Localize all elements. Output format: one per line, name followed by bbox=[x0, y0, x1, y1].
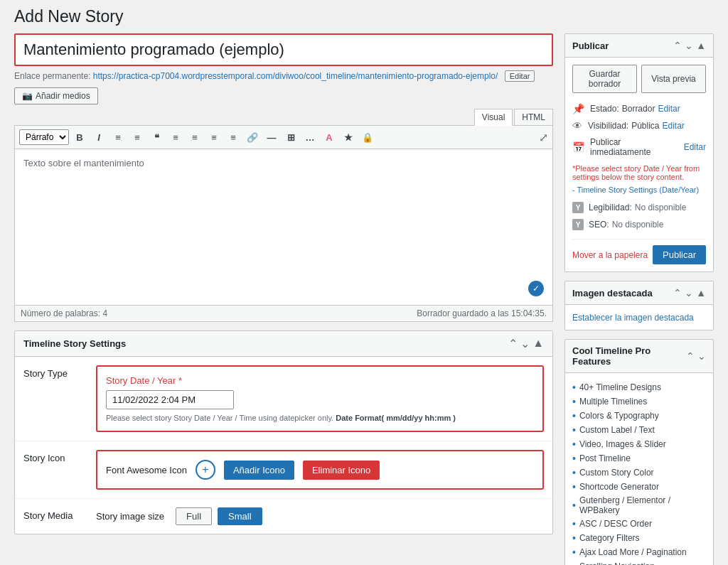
date-format-hint: Date Format( mm/dd/yy hh:mm ) bbox=[336, 414, 456, 422]
tab-visual[interactable]: Visual bbox=[474, 109, 513, 126]
media-icon: 📷 bbox=[22, 91, 33, 101]
horizontal-rule-button[interactable]: — bbox=[263, 129, 280, 146]
link-button[interactable]: 🔗 bbox=[244, 129, 261, 146]
publish-down-icon[interactable]: ⌄ bbox=[685, 40, 693, 51]
size-full-button[interactable]: Full bbox=[176, 507, 212, 525]
word-count: Número de palabras: 4 bbox=[21, 308, 107, 318]
status-label: Estado: bbox=[590, 104, 619, 114]
italic-button[interactable]: I bbox=[90, 129, 107, 146]
status-edit-link[interactable]: Editar bbox=[658, 104, 680, 114]
publish-action-buttons: Guardar borrador Vista previa bbox=[572, 65, 706, 93]
status-value: Borrador bbox=[622, 104, 655, 114]
publish-time-edit-link[interactable]: Editar bbox=[684, 142, 706, 152]
cool-timeline-up-icon[interactable]: ⌃ bbox=[686, 350, 695, 362]
story-date-box: Story Date / Year * Please select story … bbox=[96, 365, 544, 432]
visibility-row: 👁 Visibilidad: Pública Editar bbox=[572, 117, 706, 134]
cool-timeline-controls: ⌃ ⌄ bbox=[686, 350, 706, 362]
add-media-button[interactable]: 📷 Añadir medios bbox=[14, 87, 98, 104]
more-button[interactable]: … bbox=[301, 129, 318, 146]
remove-icon-button[interactable]: Eliminar Icono bbox=[303, 461, 380, 480]
publish-up-icon[interactable]: ⌃ bbox=[673, 40, 682, 51]
featured-image-panel: Imagen destacada ⌃ ⌄ ▲ Establecer la ima… bbox=[564, 281, 714, 330]
cool-timeline-panel: Cool Timeline Pro Features ⌃ ⌄ 40+ Timel… bbox=[564, 339, 714, 565]
list-item: Video, Images & Slider bbox=[572, 437, 706, 451]
visibility-value: Pública bbox=[631, 121, 659, 131]
table-button[interactable]: ⊞ bbox=[282, 129, 299, 146]
expand-icon[interactable]: ⤢ bbox=[539, 131, 548, 144]
settings-controls: ⌃ ⌄ ▲ bbox=[508, 337, 544, 350]
story-date-input[interactable] bbox=[106, 390, 234, 409]
align-left-button[interactable]: ≡ bbox=[167, 129, 184, 146]
featured-up-icon[interactable]: ⌃ bbox=[673, 287, 682, 298]
calendar-icon: 📅 bbox=[572, 141, 584, 153]
save-draft-button[interactable]: Guardar borrador bbox=[572, 65, 637, 93]
color-button[interactable]: A bbox=[321, 129, 338, 146]
list-item: Custom Story Color bbox=[572, 466, 706, 480]
trash-button[interactable]: Mover a la papelera bbox=[572, 250, 648, 260]
publish-warning-link[interactable]: - Timeline Story Settings (Date/Year) bbox=[572, 185, 699, 194]
size-small-button[interactable]: Small bbox=[218, 507, 262, 525]
story-title-input[interactable] bbox=[14, 33, 553, 66]
settings-close-icon[interactable]: ▲ bbox=[532, 337, 544, 350]
featured-image-controls: ⌃ ⌄ ▲ bbox=[673, 287, 706, 298]
add-icon-button[interactable]: Añadir Icono bbox=[224, 461, 294, 480]
lock-button[interactable]: 🔒 bbox=[359, 129, 376, 146]
story-icon-box: Font Awesome Icon + Añadir Icono Elimina… bbox=[96, 450, 544, 490]
bold-button[interactable]: B bbox=[71, 129, 88, 146]
story-date-label: Story Date / Year * bbox=[106, 375, 534, 386]
featured-collapse-icon[interactable]: ▲ bbox=[696, 287, 706, 298]
yoast-readability-icon: Y bbox=[572, 202, 584, 213]
story-media-content: Story image size Full Small bbox=[96, 507, 544, 525]
visibility-icon: 👁 bbox=[572, 120, 582, 131]
list-item: Gutenberg / Elementor / WPBakery bbox=[572, 494, 706, 517]
settings-header: Timeline Story Settings ⌃ ⌄ ▲ bbox=[15, 331, 552, 357]
readability-value: No disponible bbox=[635, 203, 687, 212]
paragraph-select[interactable]: Párrafo bbox=[19, 129, 69, 145]
align-justify-button[interactable]: ≡ bbox=[225, 129, 242, 146]
visibility-edit-link[interactable]: Editar bbox=[663, 121, 685, 131]
publish-panel-title: Publicar bbox=[572, 41, 609, 51]
story-date-hint: Please select story Story Date / Year / … bbox=[106, 414, 534, 422]
features-list: 40+ Timeline Designs Multiple Timelines … bbox=[572, 380, 706, 565]
timeline-settings-box: Timeline Story Settings ⌃ ⌄ ▲ Story Type bbox=[14, 330, 553, 534]
publish-bottom-row: Mover a la papelera Publicar bbox=[572, 239, 706, 264]
editor-tabs: Visual HTML bbox=[14, 109, 553, 126]
icon-circle-button[interactable]: + bbox=[196, 460, 215, 480]
list-item: Shortcode Generator bbox=[572, 480, 706, 494]
ordered-list-button[interactable]: ≡ bbox=[129, 129, 146, 146]
publish-button[interactable]: Publicar bbox=[653, 245, 706, 264]
unordered-list-button[interactable]: ≡ bbox=[109, 129, 127, 146]
check-icon: ✓ bbox=[528, 281, 544, 296]
story-type-label: Story Type bbox=[23, 365, 87, 379]
saved-status: Borrador guardado a las 15:04:35. bbox=[417, 308, 547, 318]
align-right-button[interactable]: ≡ bbox=[205, 129, 223, 146]
media-bar: 📷 Añadir medios bbox=[14, 87, 553, 104]
blockquote-button[interactable]: ❝ bbox=[148, 129, 165, 146]
permalink-edit-button[interactable]: Editar bbox=[505, 70, 535, 82]
align-center-button[interactable]: ≡ bbox=[186, 129, 203, 146]
image-size-label: Story image size bbox=[96, 511, 164, 522]
cool-timeline-body: 40+ Timeline Designs Multiple Timelines … bbox=[565, 373, 713, 565]
preview-button[interactable]: Vista previa bbox=[641, 65, 706, 93]
story-media-label: Story Media bbox=[23, 507, 87, 521]
tab-html[interactable]: HTML bbox=[514, 109, 553, 125]
publish-time-label: Publicar inmediatamente bbox=[590, 137, 681, 157]
settings-up-icon[interactable]: ⌃ bbox=[508, 337, 518, 350]
publish-collapse-icon[interactable]: ▲ bbox=[696, 40, 706, 51]
permalink-url[interactable]: https://practica-cp7004.wordpresstempora… bbox=[93, 71, 498, 81]
word-count-bar: Número de palabras: 4 Borrador guardado … bbox=[14, 306, 553, 322]
list-item: ASC / DESC Order bbox=[572, 517, 706, 531]
publish-panel-body: Guardar borrador Vista previa 📌 Estado: … bbox=[565, 58, 713, 271]
status-icon: 📌 bbox=[572, 103, 584, 114]
editor-content[interactable]: Texto sobre el mantenimiento ✓ bbox=[14, 149, 553, 306]
cool-timeline-down-icon[interactable]: ⌄ bbox=[697, 350, 706, 362]
special-chars-button[interactable]: ★ bbox=[340, 129, 357, 146]
publish-panel-controls: ⌃ ⌄ ▲ bbox=[673, 40, 706, 51]
status-row: 📌 Estado: Borrador Editar bbox=[572, 100, 706, 117]
add-media-label: Añadir medios bbox=[36, 91, 90, 101]
story-icon-content: Font Awesome Icon + Añadir Icono Elimina… bbox=[96, 450, 544, 490]
story-media-row: Story Media Story image size Full Small bbox=[15, 499, 552, 534]
featured-down-icon[interactable]: ⌄ bbox=[685, 287, 693, 298]
set-featured-image-link[interactable]: Establecer la imagen destacada bbox=[572, 313, 694, 323]
settings-down-icon[interactable]: ⌄ bbox=[520, 337, 530, 350]
